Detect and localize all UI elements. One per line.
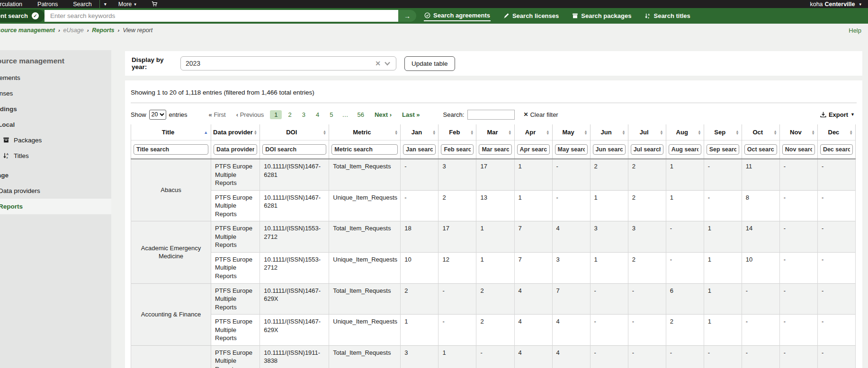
chevron-down-icon[interactable] bbox=[384, 60, 391, 67]
sidebar-item-label: Local bbox=[0, 121, 15, 128]
nav-item-more[interactable]: More▾ bbox=[111, 0, 144, 8]
report-panel: Showing 1 to 20 of 1,118 entries (filter… bbox=[125, 80, 862, 368]
column-header-aug[interactable]: Aug▲▼ bbox=[666, 124, 704, 140]
main-search-input[interactable] bbox=[45, 10, 398, 22]
column-header-jul[interactable]: Jul▲▼ bbox=[628, 124, 666, 140]
pen-icon bbox=[503, 13, 510, 19]
sidebar-item-licenses[interactable]: Licenses bbox=[0, 86, 111, 101]
filter-input-sep[interactable] bbox=[707, 144, 739, 155]
year-select[interactable]: 2023 ✕ bbox=[180, 56, 396, 70]
sidebar-item-titles[interactable]: AzTitles bbox=[0, 148, 111, 164]
month-cell-jul: - bbox=[628, 283, 666, 315]
month-cell-jan: 2 bbox=[401, 283, 438, 315]
page-button-5[interactable]: 5 bbox=[325, 110, 337, 119]
search-licenses-link[interactable]: Search licenses bbox=[503, 11, 559, 21]
export-button[interactable]: Export ▼ bbox=[820, 111, 857, 118]
filter-input-jun[interactable] bbox=[593, 144, 626, 155]
column-header-jun[interactable]: Jun▲▼ bbox=[590, 124, 628, 140]
search-titles-link[interactable]: AzSearch titles bbox=[644, 11, 690, 21]
filter-input-metric[interactable] bbox=[331, 144, 398, 155]
clear-filter-button[interactable]: ✕ Clear filter bbox=[523, 111, 558, 118]
sidebar-item-data-providers[interactable]: Data providers bbox=[0, 183, 111, 199]
page-size-select[interactable]: 20 bbox=[149, 110, 166, 120]
month-cell-nov: - bbox=[779, 283, 817, 315]
table-search-input[interactable] bbox=[467, 110, 515, 120]
month-cell-sep: 1 bbox=[704, 315, 742, 346]
filter-input-may[interactable] bbox=[555, 144, 588, 155]
title-cell: Accounting & Finance bbox=[131, 283, 211, 345]
sidebar-item-agreements[interactable]: Agreements bbox=[0, 70, 111, 86]
month-cell-may: - bbox=[552, 159, 590, 190]
breadcrumb-item-e-resource-management[interactable]: E-resource management bbox=[0, 27, 55, 34]
clear-selection-icon[interactable]: ✕ bbox=[372, 60, 384, 67]
nav-item-search-dropdown[interactable]: ▾ bbox=[99, 0, 111, 8]
month-cell-aug: 1 bbox=[666, 190, 704, 221]
month-cell-oct: 10 bbox=[742, 252, 779, 283]
page-button-2[interactable]: 2 bbox=[284, 110, 295, 119]
column-header-mar[interactable]: Mar▲▼ bbox=[476, 124, 514, 140]
month-cell-feb: 17 bbox=[438, 221, 476, 253]
table-row: Accounting PerspectivesPTFS Europe Multi… bbox=[131, 345, 856, 368]
sort-icon: ▲▼ bbox=[698, 130, 701, 135]
filter-input-doi[interactable] bbox=[262, 144, 326, 155]
filter-input-jul[interactable] bbox=[631, 144, 663, 155]
table-info: Showing 1 to 20 of 1,118 entries (filter… bbox=[131, 89, 857, 96]
column-header-metric[interactable]: Metric▲▼ bbox=[329, 124, 401, 140]
sidebar-item-reports[interactable]: Reports bbox=[0, 199, 111, 214]
filter-input-aug[interactable] bbox=[669, 144, 701, 155]
filter-input-title[interactable] bbox=[134, 144, 208, 155]
logged-in-user-menu[interactable]: kohaCenterville ▾ bbox=[810, 1, 868, 8]
search-packages-link[interactable]: Search packages bbox=[572, 11, 632, 21]
cart-icon[interactable] bbox=[144, 0, 165, 8]
month-cell-jul: - bbox=[628, 315, 666, 346]
month-cell-dec: - bbox=[817, 252, 855, 283]
column-header-sep[interactable]: Sep▲▼ bbox=[704, 124, 742, 140]
month-cell-dec: - bbox=[817, 221, 855, 253]
search-type-tab[interactable]: Agreement search ✓ bbox=[0, 9, 45, 22]
column-header-may[interactable]: May▲▼ bbox=[552, 124, 590, 140]
search-agreements-link[interactable]: Search agreements bbox=[424, 10, 491, 21]
sort-icon: ▲▼ bbox=[546, 130, 549, 135]
table-row: Academic Emergency MedicinePTFS Europe M… bbox=[131, 221, 856, 253]
filter-input-jan[interactable] bbox=[403, 144, 436, 155]
month-cell-nov: - bbox=[779, 345, 817, 368]
first-page-button[interactable]: « First bbox=[205, 110, 230, 119]
last-page-button[interactable]: Last » bbox=[398, 110, 424, 119]
breadcrumb-item-reports[interactable]: Reports bbox=[92, 27, 114, 34]
column-label: Sep bbox=[714, 129, 725, 136]
nav-item-patrons[interactable]: Patrons bbox=[30, 0, 65, 8]
page-button-4[interactable]: 4 bbox=[312, 110, 323, 119]
next-page-button[interactable]: Next › bbox=[370, 110, 396, 119]
filter-input-oct[interactable] bbox=[744, 144, 777, 155]
column-header-data-provider[interactable]: Data provider▲▼ bbox=[211, 124, 260, 140]
column-header-doi[interactable]: DOI▲▼ bbox=[260, 124, 329, 140]
column-header-apr[interactable]: Apr▲▼ bbox=[514, 124, 552, 140]
filter-input-mar[interactable] bbox=[479, 144, 511, 155]
column-header-jan[interactable]: Jan▲▼ bbox=[401, 124, 438, 140]
page-button-1[interactable]: 1 bbox=[270, 110, 282, 119]
filter-input-dec[interactable] bbox=[820, 144, 853, 155]
column-header-oct[interactable]: Oct▲▼ bbox=[742, 124, 779, 140]
filter-input-apr[interactable] bbox=[517, 144, 550, 155]
previous-page-button[interactable]: ‹ Previous bbox=[232, 110, 268, 119]
year-select-value: 2023 bbox=[186, 60, 200, 67]
column-header-title[interactable]: Title▲ bbox=[131, 124, 211, 140]
sidebar-item-packages[interactable]: Packages bbox=[0, 132, 111, 148]
sidebar-title: E-resource management bbox=[0, 57, 111, 65]
column-header-nov[interactable]: Nov▲▼ bbox=[779, 124, 817, 140]
filter-input-data-provider[interactable] bbox=[214, 144, 257, 155]
filter-input-nov[interactable] bbox=[782, 144, 815, 155]
nav-item-circulation[interactable]: Circulation bbox=[0, 0, 30, 8]
metric-cell: Total_Item_Requests bbox=[329, 159, 401, 190]
page-button-3[interactable]: 3 bbox=[298, 110, 310, 119]
nav-item-search[interactable]: Search bbox=[65, 0, 99, 8]
help-link[interactable]: Help bbox=[849, 27, 861, 34]
month-cell-nov: - bbox=[779, 190, 817, 221]
search-submit-button[interactable]: → bbox=[398, 10, 416, 22]
column-header-feb[interactable]: Feb▲▼ bbox=[438, 124, 476, 140]
page-button-56[interactable]: 56 bbox=[353, 110, 368, 119]
column-header-dec[interactable]: Dec▲▼ bbox=[817, 124, 855, 140]
update-table-button[interactable]: Update table bbox=[404, 56, 455, 71]
month-cell-sep: 1 bbox=[704, 221, 742, 253]
filter-input-feb[interactable] bbox=[441, 144, 474, 155]
